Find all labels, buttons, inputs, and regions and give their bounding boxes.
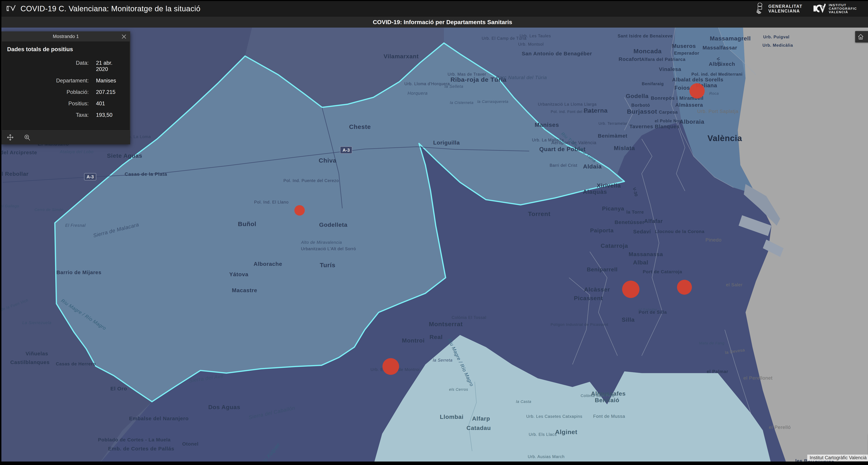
icv-logo-line3: VALENCIÀ <box>829 10 857 14</box>
map-container[interactable]: A-3A-3VilamarxantRiba-roja de TúriaSan A… <box>1 28 868 462</box>
icv-logo-line1: INSTITUT <box>829 3 857 7</box>
close-icon[interactable] <box>121 33 127 40</box>
popup-row: Data: 21 abr. 2020 <box>7 60 124 72</box>
row-value: 401 <box>96 100 105 107</box>
row-value: 193,50 <box>96 112 113 118</box>
icv-logo: INSTITUT CARTOGRÀFIC VALENCIÀ <box>813 3 857 14</box>
row-value: Manises <box>96 77 116 84</box>
case-marker[interactable] <box>622 280 640 298</box>
popup-header[interactable]: Mostrando 1 <box>1 31 130 41</box>
gv-crest-icon <box>755 3 765 14</box>
popup-header-title: Mostrando 1 <box>53 34 79 39</box>
map-tools-panel <box>855 31 868 42</box>
row-label: Positius: <box>7 100 89 107</box>
case-marker[interactable] <box>382 358 399 375</box>
row-value: 207.215 <box>96 89 116 95</box>
gv-logo-line1: GENERALITAT <box>768 4 802 9</box>
generalitat-valenciana-logo: GENERALITAT VALENCIANA <box>755 3 802 14</box>
case-marker[interactable] <box>294 205 305 216</box>
pan-to-feature-icon[interactable] <box>6 133 14 141</box>
popup-title: Dades totals de positius <box>7 46 124 53</box>
icv-logo-icon <box>813 3 826 14</box>
subtitle-bar: COVID-19: Informació per Departaments Sa… <box>1 16 868 28</box>
popup-row: Departament: Manises <box>7 77 124 84</box>
row-value: 21 abr. 2020 <box>96 60 124 72</box>
row-label: Departament: <box>7 77 89 84</box>
case-marker[interactable] <box>689 83 705 99</box>
row-label: Data: <box>7 60 89 72</box>
row-label: Població: <box>7 89 89 95</box>
popup-footer <box>1 130 130 144</box>
map-attribution[interactable]: Institut Cartogràfic Valencià <box>807 455 868 461</box>
road-shield-label: A-3 <box>87 174 94 179</box>
row-label: Taxa: <box>7 112 89 118</box>
case-marker[interactable] <box>677 280 692 295</box>
popup-row: Taxa: 193,50 <box>7 112 124 118</box>
gv-logo-line2: VALENCIANA <box>768 9 802 13</box>
icv-mark-icon <box>7 5 16 12</box>
app-header: COVID-19 C. Valenciana: Monitoratge de l… <box>1 1 868 16</box>
map-canvas[interactable]: A-3A-3VilamarxantRiba-roja de TúriaSan A… <box>1 28 868 462</box>
popup-body: Dades totals de positius Data: 21 abr. 2… <box>1 41 130 130</box>
icv-logo-line2: CARTOGRÀFIC <box>829 7 857 10</box>
popup-row: Positius: 401 <box>7 100 124 107</box>
home-extent-button[interactable] <box>856 32 866 42</box>
page-title: COVID-19 C. Valenciana: Monitoratge de l… <box>21 4 200 13</box>
subtitle-text: COVID-19: Informació per Departaments Sa… <box>373 19 512 26</box>
feature-popup: Mostrando 1 Dades totals de positius Dat… <box>1 31 130 144</box>
legend-button[interactable] <box>867 32 868 42</box>
popup-row: Població: 207.215 <box>7 89 124 95</box>
app-frame: COVID-19 C. Valenciana: Monitoratge de l… <box>1 1 868 462</box>
road-shield-label: A-3 <box>342 148 350 153</box>
zoom-to-feature-icon[interactable] <box>23 133 31 141</box>
